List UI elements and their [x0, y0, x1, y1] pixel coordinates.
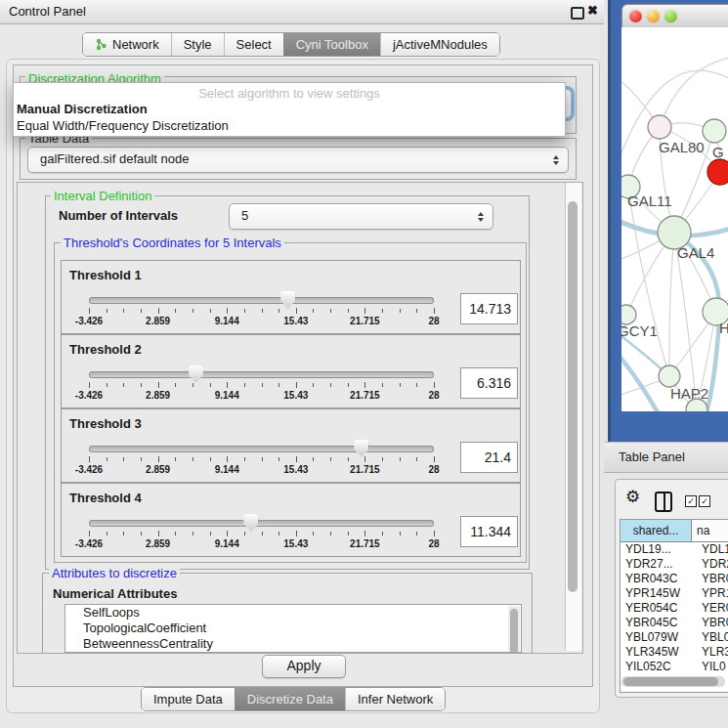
- threshold-value-field[interactable]: 6.316: [460, 367, 518, 399]
- slider-tick: [364, 308, 365, 314]
- slider-track[interactable]: [89, 371, 434, 378]
- slider-tick: [89, 308, 90, 314]
- zoom-traffic-light-icon[interactable]: [664, 10, 677, 22]
- table-horizontal-scrollbar-thumb[interactable]: [623, 677, 718, 686]
- slider-thumb[interactable]: [243, 514, 258, 532]
- control-panel-tabs: Network Style Select Cyni Toolbox jActiv…: [82, 32, 500, 57]
- slider-tick: [158, 531, 159, 536]
- threshold-value-field[interactable]: 14.713: [460, 293, 518, 324]
- table-row[interactable]: YDL19...YDL1: [621, 542, 728, 557]
- slider-thumb[interactable]: [280, 291, 295, 309]
- tab-label: Infer Network: [358, 688, 433, 710]
- table-row[interactable]: YLR345WYLR3: [621, 645, 728, 660]
- threshold-panel-4: Threshold 4 -3.4262.8599.14415.4321.7152…: [61, 483, 521, 557]
- slider-track[interactable]: [89, 520, 434, 527]
- minimize-traffic-light-icon[interactable]: [647, 10, 660, 22]
- slider-tick: [262, 532, 263, 535]
- table-row[interactable]: YPR145WYPR1: [621, 586, 728, 601]
- column-header-shared-name[interactable]: shared...: [621, 520, 692, 541]
- slider-scale-label: 15.43: [283, 316, 308, 326]
- network-graph[interactable]: GAL80 G GAL11 GAL4 GCY1 H HAP2: [621, 27, 728, 411]
- network-node-selected[interactable]: [707, 159, 728, 185]
- table-cell[interactable]: YBR0: [696, 616, 728, 630]
- apply-button[interactable]: Apply: [262, 655, 346, 678]
- table-cell[interactable]: YER054C: [621, 601, 696, 616]
- threshold-slider[interactable]: -3.4262.8599.14415.4321.71528: [89, 290, 434, 329]
- slider-tick: [262, 457, 263, 461]
- dropdown-option-manual-discretization[interactable]: Manual Discretization: [17, 102, 148, 116]
- attribute-list-item[interactable]: BetweennessCentrality: [65, 636, 521, 652]
- tab-select[interactable]: Select: [224, 33, 283, 56]
- tab-impute-data[interactable]: Impute Data: [142, 688, 235, 710]
- table-cell[interactable]: YER0: [696, 601, 728, 616]
- network-node[interactable]: [621, 305, 636, 324]
- attribute-list-item[interactable]: SelfLoops: [65, 605, 521, 621]
- table-cell[interactable]: YLR345W: [621, 645, 696, 660]
- threshold-panel-1: Threshold 1 -3.4262.8599.14415.4321.7152…: [61, 260, 521, 334]
- close-panel-icon[interactable]: ✖: [587, 3, 598, 18]
- table-cell[interactable]: YDL1: [696, 542, 728, 557]
- dropdown-option-equal-width-frequency[interactable]: Equal Width/Frequency Discretization: [17, 118, 229, 133]
- number-of-intervals-combobox[interactable]: 5: [229, 203, 493, 230]
- table-cell[interactable]: YBL0: [696, 630, 728, 645]
- table-row[interactable]: YER054CYER0: [621, 601, 728, 616]
- numerical-attributes-list[interactable]: SelfLoopsTopologicalCoefficientBetweenne…: [64, 604, 522, 653]
- node-label-hap2: HAP2: [670, 385, 708, 402]
- vertical-scrollbar-thumb[interactable]: [568, 201, 578, 592]
- checkbox-icon[interactable]: ✓: [685, 495, 697, 507]
- network-node[interactable]: [659, 365, 680, 387]
- threshold-value-field[interactable]: 11.344: [460, 516, 518, 547]
- column-header-name[interactable]: na: [692, 520, 728, 541]
- network-window-titlebar[interactable]: [621, 4, 728, 29]
- columns-icon[interactable]: [655, 492, 672, 512]
- list-scrollbar[interactable]: [508, 606, 520, 651]
- table-cell[interactable]: YDR27...: [621, 557, 696, 572]
- table-cell[interactable]: YIL0: [696, 660, 728, 674]
- table-row[interactable]: YIL052CYIL0: [621, 660, 728, 674]
- slider-track[interactable]: [89, 446, 434, 452]
- checkbox-icon[interactable]: ✓: [699, 495, 710, 507]
- network-view[interactable]: GAL80 G GAL11 GAL4 GCY1 H HAP2: [621, 27, 728, 411]
- table-data-combobox[interactable]: galFiltered.sif default node: [27, 147, 569, 173]
- table-row[interactable]: YBL079WYBL0: [621, 630, 728, 645]
- list-scrollbar-thumb[interactable]: [510, 609, 518, 653]
- table-cell[interactable]: YBL079W: [621, 630, 696, 645]
- table-cell[interactable]: YBR0: [696, 572, 728, 586]
- table-cell[interactable]: YDL19...: [621, 542, 696, 557]
- slider-thumb[interactable]: [189, 365, 203, 383]
- slider-tick: [278, 532, 279, 535]
- tab-network[interactable]: Network: [83, 33, 171, 56]
- table-row[interactable]: YBR045CYBR0: [621, 616, 728, 630]
- tab-infer-network[interactable]: Infer Network: [345, 688, 445, 710]
- combo-arrows-icon: [478, 212, 484, 222]
- table-cell[interactable]: YBR043C: [621, 572, 696, 586]
- close-traffic-light-icon[interactable]: [629, 10, 642, 22]
- tab-jactivemnodules[interactable]: jActiveMNodules: [380, 33, 499, 56]
- tab-cyni-toolbox[interactable]: Cyni Toolbox: [283, 33, 380, 56]
- slider-thumb[interactable]: [354, 440, 368, 457]
- table-cell[interactable]: YPR145W: [621, 586, 696, 601]
- threshold-slider[interactable]: -3.4262.8599.14415.4321.71528: [89, 364, 434, 404]
- table-row[interactable]: YDR27...YDR2: [621, 557, 728, 572]
- table-cell[interactable]: YLR3: [696, 645, 728, 660]
- network-node[interactable]: [648, 115, 671, 139]
- node-label-h: H: [719, 320, 728, 336]
- attribute-list-item[interactable]: TopologicalCoefficient: [65, 621, 521, 636]
- network-node[interactable]: [703, 119, 726, 143]
- threshold-slider[interactable]: -3.4262.8599.14415.4321.71528: [89, 513, 434, 552]
- float-window-icon[interactable]: [571, 7, 584, 20]
- node-label-gal11: GAL11: [627, 193, 672, 209]
- table-cell[interactable]: YDR2: [696, 557, 728, 572]
- table-panel-title: Table Panel: [619, 450, 685, 464]
- table-cell[interactable]: YIL052C: [621, 660, 696, 674]
- table-row[interactable]: YBR043CYBR0: [621, 572, 728, 586]
- gear-icon[interactable]: ⚙: [625, 489, 640, 505]
- tab-style[interactable]: Style: [171, 33, 224, 56]
- table-panel-header: Table Panel: [604, 442, 728, 473]
- table-cell[interactable]: YPR1: [696, 586, 728, 601]
- slider-track[interactable]: [89, 297, 434, 304]
- threshold-slider[interactable]: -3.4262.8599.14415.4321.71528: [89, 439, 434, 478]
- threshold-value-field[interactable]: 21.4: [460, 442, 518, 473]
- table-cell[interactable]: YBR045C: [621, 616, 696, 630]
- tab-discretize-data[interactable]: Discretize Data: [235, 688, 345, 710]
